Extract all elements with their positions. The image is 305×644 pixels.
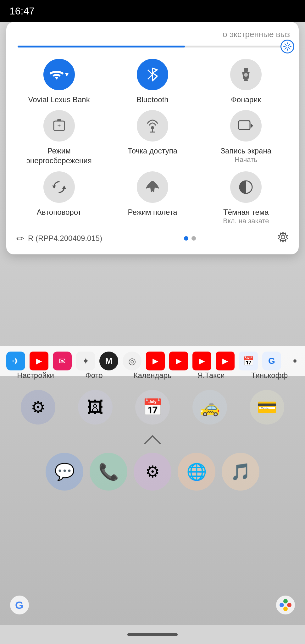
airplane-icon	[145, 179, 160, 195]
dock-phone[interactable]: 📞	[90, 453, 127, 491]
svg-rect-9	[244, 68, 248, 72]
wifi-dropdown-arrow: ▾	[65, 70, 69, 79]
tile-screen-record-sublabel: Начать	[235, 156, 257, 164]
google-assistant-icon[interactable]	[275, 595, 296, 619]
hs-label-tinkoff: Тинькофф	[247, 371, 291, 380]
brightness-slider[interactable]	[18, 46, 287, 47]
navigation-bar	[0, 625, 305, 644]
tile-dark-theme[interactable]: Тёмная тема Вкл. на закате	[202, 171, 290, 225]
tile-flashlight[interactable]: Фонарик	[202, 59, 290, 104]
app-drawer-arrow[interactable]	[143, 434, 162, 448]
dock-settings[interactable]: ⚙	[134, 453, 171, 491]
tile-wifi[interactable]: ▾ Vovial Lexus Bank	[15, 59, 103, 104]
svg-text:+: +	[57, 123, 61, 129]
svg-line-8	[285, 48, 286, 49]
dock-app-youtube1[interactable]: ▶	[30, 352, 48, 370]
dock-app-m[interactable]: M	[99, 352, 118, 370]
svg-marker-20	[251, 123, 253, 128]
tile-bluetooth[interactable]: Bluetooth	[108, 59, 196, 104]
edit-button[interactable]: ✏ R (RPP4.200409.015)	[16, 233, 102, 244]
dock-app-calendar[interactable]: 📅	[239, 352, 258, 370]
svg-marker-22	[62, 186, 66, 189]
google-logo-icon[interactable]: G	[9, 595, 30, 619]
tile-autorotate[interactable]: Автоповорот	[15, 171, 103, 225]
tile-screen-record-icon	[230, 110, 262, 142]
hs-icon-settings[interactable]: ⚙	[21, 390, 55, 425]
hs-icon-calendar[interactable]: 📅	[135, 390, 170, 425]
svg-point-27	[276, 596, 295, 614]
dock-app-youtube2[interactable]: ▶	[146, 352, 165, 370]
svg-marker-21	[52, 186, 56, 189]
svg-point-30	[283, 599, 288, 603]
tile-bluetooth-label: Bluetooth	[136, 95, 168, 104]
bluetooth-icon	[146, 67, 159, 82]
svg-line-7	[289, 44, 290, 45]
hs-icon-yataxi[interactable]: 🚕	[192, 390, 227, 425]
battery-saver-icon: +	[53, 119, 65, 133]
settings-gear-icon	[277, 231, 289, 243]
hs-label-yataxi: Я.Такси	[189, 371, 233, 380]
dock-app-telegram[interactable]: ✈	[6, 352, 25, 370]
google-search-bar: G	[9, 595, 296, 619]
wifi-icon	[49, 68, 64, 81]
settings-button[interactable]	[277, 231, 289, 246]
status-time: 16:47	[9, 5, 35, 17]
dock-music[interactable]: 🎵	[222, 453, 259, 491]
bottom-dock: 💬 📞 ⚙ 🌐 🎵	[42, 453, 263, 491]
tile-airplane[interactable]: Режим полета	[108, 171, 196, 225]
autorotate-icon	[51, 179, 67, 195]
dock-app-google-docs[interactable]: G	[262, 352, 281, 370]
status-bar: 16:47	[0, 0, 305, 22]
svg-point-0	[286, 45, 289, 48]
svg-point-16	[151, 126, 154, 129]
home-pill[interactable]	[127, 633, 178, 636]
dock-app-mail[interactable]: ✉	[53, 352, 72, 370]
svg-point-12	[244, 73, 248, 77]
svg-point-28	[280, 603, 284, 607]
svg-point-24	[281, 235, 285, 239]
tile-flashlight-icon	[230, 59, 262, 90]
page-dots	[184, 236, 196, 241]
google-g-icon: G	[9, 595, 30, 615]
dock-app-youtube4[interactable]: ▶	[192, 352, 211, 370]
hs-label-settings: Настройки	[14, 371, 58, 380]
quick-tiles-grid: ▾ Vovial Lexus Bank Bluetooth	[15, 59, 290, 225]
hs-icon-photos[interactable]: 🖼	[78, 390, 113, 425]
assistant-icon	[275, 595, 296, 615]
dot-page-2	[191, 236, 196, 241]
dock-app-youtube5[interactable]: ▶	[216, 352, 235, 370]
dock-app-youtube3[interactable]: ▶	[169, 352, 188, 370]
tile-wifi-label: Vovial Lexus Bank	[28, 95, 90, 104]
svg-rect-19	[239, 121, 250, 130]
tile-wifi-icon: ▾	[43, 59, 75, 90]
dock-app-extra1[interactable]: ✦	[76, 352, 95, 370]
tile-screen-record[interactable]: Запись экрана Начать	[202, 110, 290, 165]
tile-autorotate-label: Автоповорот	[37, 207, 81, 217]
tile-hotspot[interactable]: Точка доступа	[108, 110, 196, 165]
tile-dark-theme-icon	[230, 171, 262, 203]
svg-line-5	[285, 44, 286, 45]
tile-battery-saver[interactable]: + Режим энергосбережения	[15, 110, 103, 165]
homescreen-app-icons: ⚙ 🖼 📅 🚕 💳	[0, 390, 305, 425]
build-label: R (RPP4.200409.015)	[28, 234, 102, 243]
tile-flashlight-label: Фонарик	[231, 95, 261, 104]
screen-record-icon	[238, 119, 254, 132]
hs-label-photos: Фото	[72, 371, 116, 380]
dock-messages[interactable]: 💬	[46, 453, 83, 491]
tile-battery-icon: +	[43, 110, 75, 142]
hs-label-calendar: Календарь	[130, 371, 175, 380]
tile-dark-theme-sublabel: Вкл. на закате	[223, 217, 269, 225]
flashlight-icon	[240, 67, 252, 82]
dock-app-dot[interactable]: •	[286, 352, 304, 370]
svg-point-31	[283, 607, 288, 611]
tile-screen-record-label: Запись экрана	[221, 146, 271, 156]
dock-chrome[interactable]: 🌐	[178, 453, 215, 491]
hs-icon-tinkoff[interactable]: 💳	[250, 390, 284, 425]
svg-rect-11	[244, 79, 248, 81]
dock-app-maps[interactable]: ◎	[123, 352, 141, 370]
dot-page-1	[184, 236, 188, 241]
svg-line-6	[289, 48, 290, 49]
brightness-row	[15, 46, 290, 47]
tile-airplane-icon	[137, 171, 168, 203]
emergency-text: о экстренные выз	[15, 30, 290, 39]
